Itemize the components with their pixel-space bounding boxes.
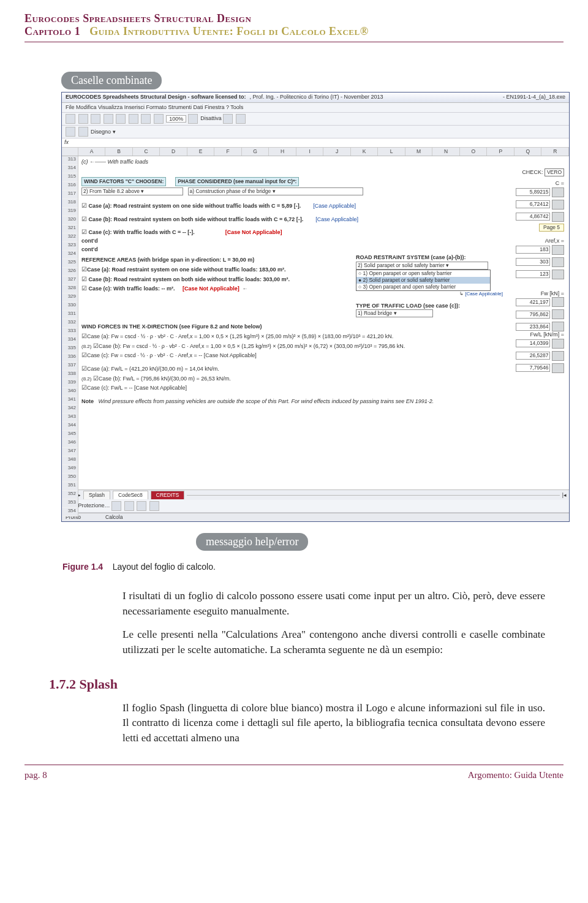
val-b1: 6,72412 [516, 200, 550, 208]
eq-ref: (8.2) [81, 344, 91, 349]
check-value: VERO [545, 168, 564, 176]
contd-1: cont'd [81, 238, 503, 245]
toolbar-icon[interactable] [188, 114, 198, 124]
calculator-icon[interactable] [552, 187, 564, 197]
toolbar-icon[interactable] [91, 114, 100, 124]
load-case-a: Case (a): Fw/L = (421,20 kN)/(30,00 m) =… [81, 365, 503, 373]
protection-button[interactable]: Protezione… [78, 503, 110, 509]
toolbar-icon[interactable] [78, 114, 88, 124]
tab-credits[interactable]: CREDITS [151, 491, 184, 499]
tab-codesec8[interactable]: CodeSec8 [113, 491, 148, 499]
calculator-icon[interactable] [552, 200, 564, 210]
toolbar-draw[interactable]: Disegno ▾ [91, 129, 116, 135]
toolbar-icon[interactable] [154, 114, 164, 124]
val-lc: 7,79546 [516, 364, 550, 372]
toolbar-icon[interactable] [149, 501, 159, 511]
force-case-b: Case (b): Fw = cscd · ½ · ρ · vb² · C · … [93, 343, 405, 349]
c-label: C = [509, 180, 564, 187]
titlebar-mid: , Prof. Ing. - Politecnico di Torino (IT… [250, 94, 383, 101]
paragraph-2: Le celle presenti nella "Calculations Ar… [123, 627, 545, 657]
contd-2: cont'd [81, 246, 503, 254]
fw-label: Fw [kN] = [509, 290, 564, 298]
calculator-icon[interactable] [552, 212, 564, 222]
toolbar-icon[interactable] [124, 501, 134, 511]
calculator-icon[interactable] [552, 339, 564, 349]
toolbar-icon[interactable] [116, 114, 126, 124]
force-case-a: Case (a): Fw = cscd · ½ · ρ · vb² · C · … [81, 332, 503, 341]
phase-dropdown[interactable]: a) Construction phase of the bridge ▾ [188, 187, 363, 195]
calculator-icon[interactable] [552, 351, 564, 361]
paragraph-1: I risultati di un foglio di calcolo poss… [123, 589, 545, 619]
road-opt-1[interactable]: ○ 1) Open parapet or open safety barrier [356, 270, 490, 277]
val-b2: 303 [516, 258, 550, 266]
val-a2: 183 [516, 246, 550, 254]
toolbar-icon[interactable] [223, 114, 233, 124]
case-b-2: Case (b): Road restraint system on both … [81, 275, 351, 284]
road-system-header: ROAD RESTRAINT SYSTEM (case (a)-(b)): [356, 254, 503, 262]
calculator-icon[interactable] [552, 322, 564, 331]
calculator-icon[interactable] [552, 297, 564, 307]
road-opt-2[interactable]: ● 2) Solid parapet or solid safety barri… [356, 277, 490, 284]
excel-menubar[interactable]: File Modifica Visualizza Inserisci Forma… [62, 103, 569, 113]
toolbar-disattiva[interactable]: Disattiva [200, 116, 222, 122]
val-a1: 5,89215 [516, 188, 550, 196]
val-fb: 795,862 [516, 311, 550, 319]
road-opt-3[interactable]: ○ 3) Open parapet and open safety barrie… [356, 284, 490, 290]
header-chapter: Capitolo 1 [24, 25, 80, 37]
formula-bar[interactable]: fx [62, 138, 569, 148]
sheet-tabs[interactable]: ◂ ◂ ▸ ▸ Splash CodeSec8 CREDITS |◂ [62, 489, 569, 500]
wind-x-header: WIND FORCES IN THE X-DIRECTION (see Figu… [81, 323, 262, 330]
case-c-2: Case (c): With traffic loads: -- m². [Ca… [81, 284, 351, 293]
zoom-value[interactable]: 100% [166, 115, 186, 123]
paragraph-3: Il foglio Spash (linguetta di colore blu… [123, 701, 545, 746]
case-c-1: Case (c): With traffic loads with C = --… [81, 228, 503, 236]
figure-caption: Figure 1.4 Layout del foglio di calcolo. [62, 562, 564, 572]
tab-splash[interactable]: Splash [83, 491, 110, 499]
toolbar-icon[interactable] [111, 501, 121, 511]
toolbar-icon[interactable] [141, 114, 151, 124]
road-system-options[interactable]: ○ 1) Open parapet or open safety barrier… [356, 270, 491, 291]
wind-factors-dropdown[interactable]: 2) From Table 8.2 above ▾ [81, 187, 183, 195]
toolbar-icon[interactable] [236, 114, 246, 124]
case-b-1: Case (b): Road restraint system on both … [81, 215, 503, 224]
load-case-b: Case (b): Fw/L = (795,86 kN)/(30,00 m) =… [93, 376, 231, 382]
column-headers[interactable]: A B C D E F G H I J K L M N O P Q R [62, 148, 569, 156]
excel-toolbar-2[interactable]: Disegno ▾ [62, 126, 569, 138]
header-subtitle: Guida Introduttiva Utente: Fogli di Calc… [89, 25, 368, 37]
footer-page: pag. 8 [24, 770, 47, 780]
calculator-icon[interactable] [552, 257, 564, 267]
calculator-icon[interactable] [552, 270, 564, 279]
header-rule [24, 42, 564, 42]
load-case-c: Case (c): Fw/L = -- [Case Not Applicable… [81, 383, 503, 392]
toolbar-icon[interactable] [78, 127, 88, 137]
footer-rule [24, 765, 564, 765]
header-line-2: Capitolo 1 Guida Introduttiva Utente: Fo… [24, 25, 564, 38]
wind-factors-header: WIND FACTORS "C" CHOOSEN: [81, 177, 166, 186]
traffic-load-dropdown[interactable]: 1) Road bridge ▾ [356, 309, 433, 317]
calculator-icon[interactable] [552, 245, 564, 255]
force-case-c: Case (c): Fw = cscd · ½ · ρ · vb² · C · … [81, 351, 503, 360]
traffic-load-header: TYPE OF TRAFFIC LOAD (see case (c)): [356, 303, 503, 310]
case-a-2: Case (a): Road restraint system on one s… [81, 265, 351, 274]
calculator-icon[interactable] [552, 309, 564, 319]
val-la: 14,0399 [516, 339, 550, 347]
row-headers[interactable]: 3133143153163173183193203213223233243253… [62, 156, 78, 516]
excel-toolbar-1[interactable]: 100% Disattiva [62, 113, 569, 126]
callout-bottom-pill: messaggio help/error [196, 533, 308, 551]
toolbar-icon[interactable] [129, 114, 138, 124]
footer-topic: Argomento: Guida Utente [468, 770, 564, 780]
toolbar-icon[interactable] [66, 114, 75, 124]
toolbar-icon[interactable] [137, 501, 146, 511]
fwl-label: Fw/L [kN/m] = [509, 331, 564, 339]
note-row: Note Wind pressure effects from passing … [81, 398, 503, 406]
aref-label: Aref,x = [509, 238, 564, 245]
ref-areas-header: REFERENCE AREAS (with bridge span in y-d… [81, 257, 254, 263]
lower-toolbar[interactable]: Protezione… [62, 500, 569, 513]
eq-ref: (8.2) [81, 376, 91, 382]
toolbar-icon[interactable] [66, 127, 75, 137]
toolbar-icon[interactable] [104, 114, 113, 124]
calculator-icon[interactable] [552, 363, 564, 373]
road-system-dropdown[interactable]: 2) Solid parapet or solid safety barrier… [356, 262, 488, 270]
val-fa: 421,197 [516, 298, 550, 306]
phase-header: PHASE CONSIDERED (see manual input for C… [175, 177, 299, 186]
